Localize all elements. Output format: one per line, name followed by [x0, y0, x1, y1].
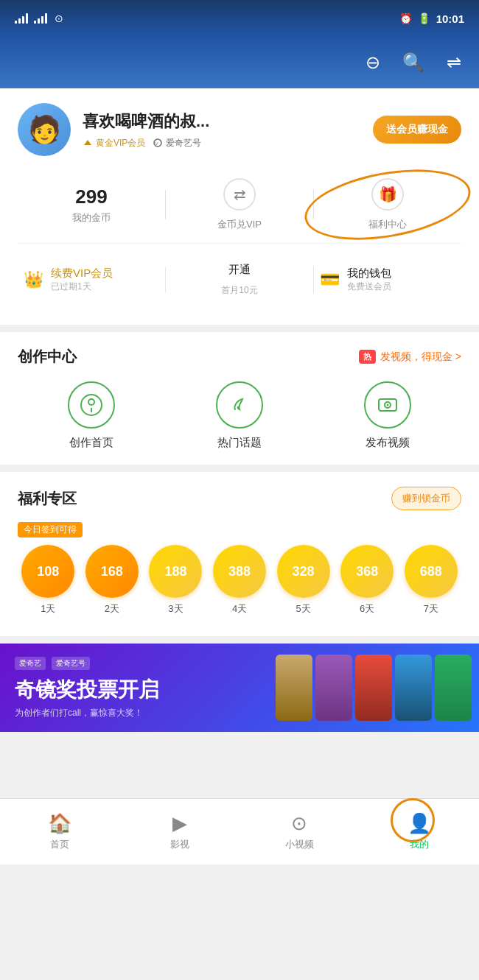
iqiyi-badge: V 爱奇艺号	[153, 137, 201, 149]
coin-circle-4: 388	[213, 545, 266, 598]
top-nav: ⊖ 🔍 ⇌	[0, 37, 479, 88]
search-icon[interactable]: 🔍	[402, 52, 424, 73]
exchange-label: 金币兑VIP	[217, 218, 262, 231]
banner-top-labels: 爱奇艺 爱奇艺号	[15, 657, 159, 670]
renew-vip-action[interactable]: 👑 续费VIP会员 已过期1天	[18, 259, 165, 300]
creation-topics[interactable]: 热门话题	[216, 381, 263, 450]
coin-day-1[interactable]: 108 1天	[18, 545, 79, 616]
signal-icon	[15, 13, 28, 24]
nav-home[interactable]: 🏠 首页	[0, 812, 120, 851]
earn-coins-button[interactable]: 赚到锁金币	[391, 487, 461, 510]
mine-label: 我的	[410, 838, 429, 851]
open-title: 开通	[228, 263, 251, 277]
vip-badges: 黄金VIP会员 V 爱奇艺号	[83, 137, 361, 149]
open-subtitle: 首月10元	[221, 284, 257, 297]
action-row: 👑 续费VIP会员 已过期1天 开通 首月10元 💳 我的钱包 免费送会员	[18, 244, 461, 310]
topics-icon	[216, 381, 263, 429]
status-left: ⊙	[15, 13, 63, 24]
day-6-label: 6天	[360, 602, 374, 616]
coin-circle-5: 328	[277, 545, 330, 598]
person-5	[435, 655, 472, 721]
checkin-label: 今日签到可得	[18, 522, 461, 545]
wallet-title: 我的钱包	[347, 267, 391, 281]
coin-day-2[interactable]: 168 2天	[82, 545, 143, 616]
coins-stat: 299 我的金币	[18, 186, 165, 225]
profile-header: 🧑 喜欢喝啤酒的叔... 黄金VIP会员 V 爱奇艺号 送会员赚现金	[18, 103, 461, 156]
mine-icon: 👤	[408, 812, 431, 835]
homepage-icon	[68, 381, 115, 429]
coin-day-7[interactable]: 688 7天	[400, 545, 461, 616]
welfare-zone-title: 福利专区	[18, 489, 77, 509]
coin-day-3[interactable]: 188 3天	[145, 545, 206, 616]
wallet-action[interactable]: 💳 我的钱包 免费送会员	[314, 259, 461, 300]
wifi-icon: ⊙	[55, 13, 63, 24]
coin-circle-6: 368	[340, 545, 394, 598]
crown-icon: 👑	[24, 270, 43, 289]
day-2-label: 2天	[105, 602, 119, 616]
coin-day-5[interactable]: 328 5天	[273, 545, 334, 616]
topics-label: 热门话题	[217, 436, 262, 450]
send-cash-button[interactable]: 送会员赚现金	[373, 116, 461, 144]
day-7-label: 7天	[424, 602, 438, 616]
person-1	[276, 655, 312, 721]
renew-title: 续费VIP会员	[51, 267, 113, 281]
bottom-padding	[0, 732, 479, 798]
creation-link[interactable]: 热 发视频，得现金 >	[359, 350, 461, 364]
creation-center-section: 创作中心 热 发视频，得现金 > 创作首页 热门话题	[0, 332, 479, 465]
wallet-text: 我的钱包 免费送会员	[347, 267, 391, 293]
coins-value: 299	[18, 186, 165, 208]
message-icon[interactable]: ⊖	[366, 52, 380, 73]
creation-title: 创作中心	[18, 347, 77, 367]
day-3-label: 3天	[168, 602, 183, 616]
coin-day-4[interactable]: 388 4天	[209, 545, 270, 616]
checkin-badge: 今日签到可得	[18, 522, 83, 537]
exchange-icon: ⇄	[223, 178, 256, 211]
person-4	[395, 655, 432, 721]
svg-point-7	[386, 404, 388, 406]
time-display: 10:01	[436, 13, 464, 25]
shorts-icon: ⊙	[291, 812, 307, 835]
scan-icon[interactable]: ⇌	[447, 52, 461, 73]
nav-movies[interactable]: ▶ 影视	[120, 812, 240, 851]
creation-header: 创作中心 热 发视频，得现金 >	[18, 347, 461, 367]
coins-label: 我的金币	[18, 211, 165, 225]
coin-day-6[interactable]: 368 6天	[337, 545, 398, 616]
welfare-icon: 🎁	[371, 178, 404, 211]
movies-label: 影视	[170, 838, 189, 851]
profile-name: 喜欢喝啤酒的叔...	[83, 110, 361, 133]
profile-card: 🧑 喜欢喝啤酒的叔... 黄金VIP会员 V 爱奇艺号 送会员赚现金 299 我…	[0, 88, 479, 325]
renew-subtitle: 已过期1天	[51, 281, 113, 293]
exchange-vip[interactable]: ⇄ 金币兑VIP	[166, 178, 313, 231]
coin-circle-1: 108	[21, 545, 74, 598]
wallet-subtitle: 免费送会员	[347, 281, 391, 293]
profile-info: 喜欢喝啤酒的叔... 黄金VIP会员 V 爱奇艺号	[83, 110, 361, 149]
coin-circle-2: 168	[85, 545, 139, 598]
publish-icon	[364, 381, 411, 429]
banner[interactable]: 爱奇艺 爱奇艺号 奇镜奖投票开启 为创作者们打call，赢惊喜大奖！	[0, 644, 479, 732]
day-1-label: 1天	[41, 602, 55, 616]
svg-point-3	[88, 399, 94, 405]
coin-row: 108 1天 168 2天 188 3天 388 4天 328 5天 368 6…	[18, 545, 461, 616]
creation-homepage[interactable]: 创作首页	[68, 381, 115, 450]
welfare-zone-header: 福利专区 赚到锁金币	[18, 487, 461, 510]
nav-shorts[interactable]: ⊙ 小视频	[240, 812, 360, 851]
status-right: ⏰ 🔋 10:01	[399, 13, 464, 25]
coin-circle-3: 188	[149, 545, 202, 598]
welfare-zone-section: 福利专区 赚到锁金币 今日签到可得 108 1天 168 2天 188 3天 3…	[0, 472, 479, 636]
signal-icon-2	[34, 13, 47, 24]
banner-subtitle: 为创作者们打call，赢惊喜大奖！	[15, 707, 159, 719]
vip-badge: 黄金VIP会员	[83, 137, 145, 149]
bottom-nav: 🏠 首页 ▶ 影视 ⊙ 小视频 👤 我的	[0, 798, 479, 864]
shorts-label: 小视频	[285, 838, 314, 851]
creation-publish[interactable]: 发布视频	[364, 381, 411, 450]
open-vip-action[interactable]: 开通 首月10元	[166, 255, 313, 304]
welfare-center[interactable]: 🎁 福利中心	[314, 178, 461, 231]
home-icon: 🏠	[48, 812, 71, 835]
svg-text:V: V	[155, 141, 158, 146]
wallet-icon: 💳	[320, 270, 340, 289]
nav-mine[interactable]: 👤 我的	[360, 812, 480, 851]
banner-app-label-2: 爱奇艺号	[52, 657, 90, 670]
battery-icon: 🔋	[418, 13, 430, 24]
banner-people	[273, 644, 479, 732]
banner-app-label-1: 爱奇艺	[15, 657, 46, 670]
